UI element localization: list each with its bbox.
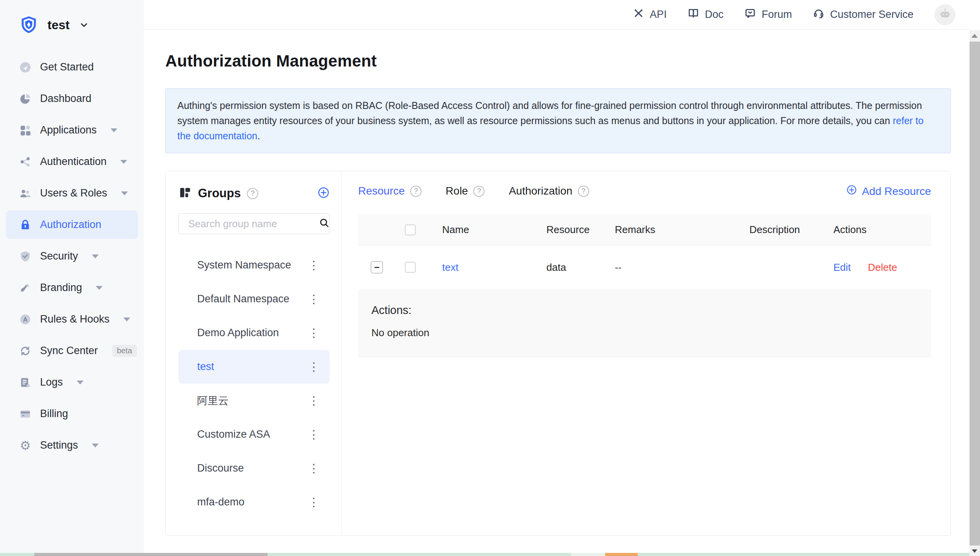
svg-text:A: A [23,316,28,323]
robot-icon [938,7,952,22]
chevron-down-icon [120,160,127,164]
bottom-strip-orange-segment [605,553,638,556]
column-header-actions: Actions [819,224,931,236]
tab-role[interactable]: Role ? [446,185,485,198]
kebab-menu-icon[interactable]: ⋮ [308,293,320,305]
sidebar-item-branding[interactable]: Branding [0,272,144,303]
kebab-menu-icon[interactable]: ⋮ [308,260,320,271]
horizontal-scrollbar-thumb[interactable] [34,553,268,556]
topnav-api-label: API [650,9,667,21]
tab-resource[interactable]: Resource ? [358,185,422,198]
group-item[interactable]: 阿里云 ⋮ [178,384,330,417]
chevron-down-icon [77,381,84,384]
resource-name-link[interactable]: text [428,261,532,274]
kebab-menu-icon[interactable]: ⋮ [308,395,320,407]
remarks-cell: -- [601,261,735,274]
table-header: Name Resource Remarks Description Action… [358,214,931,246]
group-item[interactable]: Customize ASA ⋮ [178,417,330,451]
topnav-customer-service-label: Customer Service [830,9,914,21]
group-list: System Namespace ⋮ Default Namespace ⋮ D… [178,248,330,519]
delete-button[interactable]: Delete [868,261,897,274]
vertical-scrollbar[interactable] [970,30,980,556]
page-title: Authorization Management [165,52,951,70]
expanded-row-detail: Actions: No operation [358,289,931,357]
role-help-icon[interactable]: ? [473,186,485,197]
sidebar-item-security[interactable]: Security [0,240,144,272]
topnav-doc-label: Doc [705,9,723,21]
sidebar-item-label: Settings [40,439,78,451]
kebab-menu-icon[interactable]: ⋮ [308,496,320,508]
workspace-switcher[interactable]: test [0,0,144,35]
group-item-selected[interactable]: test ⋮ [178,350,330,384]
sidebar-item-get-started[interactable]: Get Started [0,51,144,83]
vertical-scrollbar-thumb[interactable] [970,42,980,545]
kebab-menu-icon[interactable]: ⋮ [308,429,320,440]
group-item[interactable]: mfa-demo ⋮ [178,485,330,519]
credit-card-icon [19,407,32,421]
api-tools-icon [633,7,644,22]
sidebar-item-label: Get Started [40,61,94,73]
info-banner: Authing's permission system is based on … [165,88,951,153]
add-resource-button[interactable]: Add Resource [846,184,931,198]
group-search-input[interactable] [188,218,318,230]
add-group-button[interactable] [317,186,330,200]
lock-icon [19,218,32,232]
search-icon[interactable] [318,217,330,230]
sidebar-item-settings[interactable]: ⚙ Settings [0,430,144,461]
sidebar-item-label: Authorization [40,219,102,231]
users-icon [19,187,32,200]
group-item[interactable]: Default Namespace ⋮ [178,282,330,316]
scroll-down-arrow-icon[interactable] [972,549,977,553]
sidebar-nav: Get Started Dashboard Applications [0,51,144,461]
sidebar-item-dashboard[interactable]: Dashboard [0,83,144,114]
sync-icon [19,344,32,358]
groups-layout-icon [178,186,192,201]
sidebar-item-label: Billing [40,408,68,420]
kebab-menu-icon[interactable]: ⋮ [308,361,320,373]
row-checkbox[interactable] [405,262,416,273]
select-all-checkbox[interactable] [405,225,416,235]
column-header-description: Description [735,224,819,236]
group-search[interactable] [178,213,330,234]
edit-button[interactable]: Edit [833,261,851,274]
banner-text: Authing's permission system is based on … [177,100,922,126]
book-icon [688,7,699,22]
sidebar-item-logs[interactable]: Logs [0,367,144,398]
sidebar-item-sync-center[interactable]: Sync Center beta [0,335,144,367]
topnav-api[interactable]: API [633,7,667,22]
topnav-doc[interactable]: Doc [688,7,723,22]
sidebar-item-applications[interactable]: Applications [0,114,144,146]
kebab-menu-icon[interactable]: ⋮ [308,463,320,474]
scroll-up-arrow-icon[interactable] [971,34,978,38]
topnav-forum[interactable]: Forum [744,7,792,22]
sidebar-item-label: Branding [40,282,82,294]
sidebar-item-rules-hooks[interactable]: A Rules & Hooks [0,303,144,335]
group-item[interactable]: Discourse ⋮ [178,451,330,485]
assistant-avatar[interactable] [934,4,956,25]
group-item[interactable]: System Namespace ⋮ [178,248,330,282]
topnav-customer-service[interactable]: Customer Service [813,7,914,22]
kebab-menu-icon[interactable]: ⋮ [308,327,320,339]
sidebar-item-label: Applications [40,124,97,136]
banner-text-end: . [257,130,260,141]
beta-badge: beta [112,345,137,357]
groups-panel: Groups ? System Namespace [166,171,342,535]
group-item[interactable]: Demo Application ⋮ [178,316,330,350]
sidebar-item-authorization[interactable]: Authorization [0,209,144,240]
tab-authorization[interactable]: Authorization ? [509,185,589,198]
letter-a-circle-icon: A [19,313,32,326]
sidebar: test Get Started Dashboard [0,0,144,553]
resource-cell: data [532,261,601,274]
authorization-help-icon[interactable]: ? [578,186,589,197]
sidebar-item-authentication[interactable]: Authentication [0,146,144,177]
sidebar-item-users-roles[interactable]: Users & Roles [0,177,144,209]
groups-help-icon[interactable]: ? [247,188,258,199]
sidebar-item-billing[interactable]: Billing [0,398,144,430]
share-nodes-icon [19,155,32,168]
topnav-forum-label: Forum [761,9,792,21]
groups-title: Groups [198,186,241,200]
apps-grid-icon [19,124,32,137]
authorization-card: Groups ? System Namespace [165,171,951,536]
resource-help-icon[interactable]: ? [410,186,422,197]
collapse-row-button[interactable]: − [371,261,383,274]
